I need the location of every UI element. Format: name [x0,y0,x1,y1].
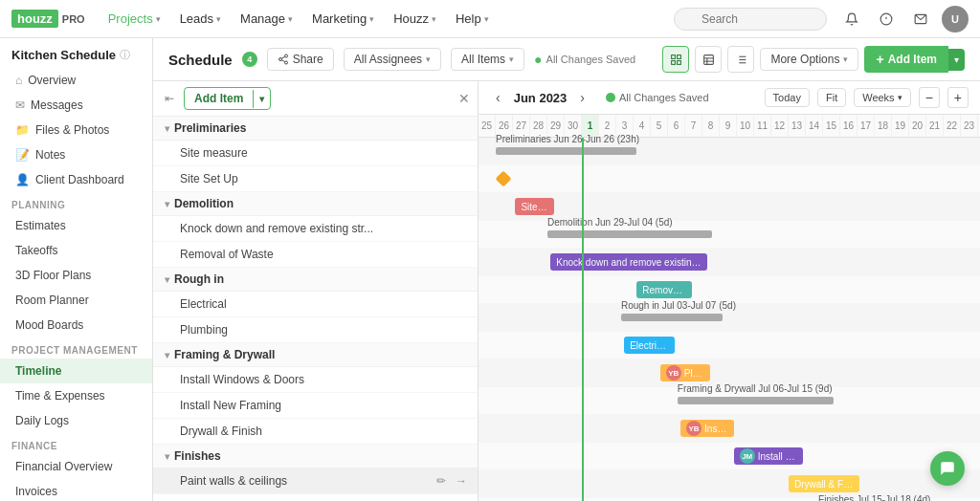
task-row[interactable]: Knock down and remove existing str... ✏ … [153,216,478,242]
fit-button[interactable]: Fit [817,88,846,107]
task-row[interactable]: Site measure ✏ → [153,141,478,166]
gantt-bar[interactable]: Knock down and remove existing structure… [550,253,707,271]
nav-houzz[interactable]: Houzz ▾ [386,8,444,30]
arrow-right-icon[interactable]: → [453,171,470,186]
arrow-right-icon[interactable]: → [453,221,470,236]
search-input[interactable] [674,8,827,31]
logo-area[interactable]: houzz PRO [11,10,85,28]
edit-icon[interactable]: ✏ [434,221,449,236]
sidebar-item-dailylogs[interactable]: Daily Logs [0,408,152,433]
today-button[interactable]: Today [765,88,810,107]
notification-icon[interactable] [873,6,900,33]
add-item-small-button[interactable]: Add Item ▾ [184,87,271,110]
edit-icon[interactable]: ✏ [434,473,449,489]
arrow-right-icon[interactable]: → [453,424,470,439]
nav-projects[interactable]: Projects ▾ [100,8,168,30]
task-row[interactable]: Install New Framing ✏ → [153,393,478,419]
mail-icon[interactable] [907,6,934,33]
sidebar-item-takeoffs[interactable]: Takeoffs [0,238,152,263]
sidebar-item-moodboards[interactable]: Mood Boards [0,313,152,338]
gantt-prev-button[interactable]: ‹ [490,88,506,107]
collapse-panel-button[interactable]: ⇤ [161,90,178,107]
sidebar-item-roomplanner[interactable]: Room Planner [0,288,152,313]
edit-icon[interactable]: ✏ [434,424,449,439]
grid-view-button[interactable] [662,46,689,73]
task-row[interactable]: Electrical ✏ → [153,292,478,317]
group-framing-drywall[interactable]: ▾ Framing & Drywall [153,343,478,367]
gantt-bar[interactable]: Drywall & Finish (3d) [789,475,859,492]
nav-help[interactable]: Help ▾ [448,8,497,30]
info-icon[interactable]: ⓘ [120,48,130,62]
edit-icon[interactable]: ✏ [434,171,449,186]
gantt-bar[interactable]: Electrical (2d) [624,337,674,354]
task-row[interactable]: Removal of Waste ✏ → [153,242,478,268]
task-row[interactable]: Plumbing ✏ → [153,317,478,343]
weeks-dropdown[interactable]: Weeks ▾ [854,88,910,107]
add-item-button[interactable]: + Add Item [864,46,948,73]
list-view-button[interactable] [727,46,754,73]
gantt-bar[interactable]: Preliminaries Jun 26-Jun 26 (23h) [496,147,636,155]
nav-leads[interactable]: Leads ▾ [172,8,229,30]
gantt-bar[interactable]: Site Set Up (1d) [515,198,554,215]
gantt-bar[interactable]: YBInstall Windows & Doors (2d) [680,420,734,437]
houzz-logo[interactable]: houzz [11,10,58,28]
gantt-bar[interactable]: JMInstall New Framing (3d) [734,447,803,465]
group-demolition[interactable]: ▾ Demolition [153,192,478,216]
gantt-bar[interactable]: Removal of Waste (2d) [636,281,691,298]
add-item-small-chevron[interactable]: ▾ [253,90,270,108]
group-preliminaries[interactable]: ▾ Preliminaries [153,117,478,141]
share-button[interactable]: Share [267,48,334,71]
arrow-right-icon[interactable]: → [453,247,470,262]
arrow-right-icon[interactable]: → [453,145,470,161]
more-options-button[interactable]: More Options ▾ [760,48,858,71]
table-view-button[interactable] [695,46,722,73]
assignees-dropdown[interactable]: All Assignees ▾ [344,48,441,71]
task-row[interactable]: Drywall & Finish ✏ → [153,419,478,445]
items-dropdown[interactable]: All Items ▾ [451,48,524,71]
task-row[interactable]: Paint walls & ceilings ✏ → [153,468,478,494]
sidebar-item-overview[interactable]: ⌂ Overview [0,68,152,93]
arrow-right-icon[interactable]: → [453,322,470,338]
sidebar-item-timeline[interactable]: Timeline [0,359,152,383]
sidebar-item-files[interactable]: 📁 Files & Photos [0,118,152,142]
zoom-in-button[interactable]: + [947,87,969,108]
edit-icon[interactable]: ✏ [434,372,449,387]
add-item-chevron-button[interactable]: ▾ [948,49,965,71]
sidebar-item-financialoverview[interactable]: Financial Overview [0,454,152,479]
arrow-right-icon[interactable]: → [453,296,470,312]
edit-icon[interactable]: ✏ [434,296,449,312]
task-row[interactable]: Flooring ✏ → [153,494,478,501]
sidebar-item-floorplans[interactable]: 3D Floor Plans [0,263,152,288]
nav-manage[interactable]: Manage ▾ [233,8,301,30]
bell-icon[interactable] [838,6,865,33]
edit-icon[interactable]: ✏ [434,398,449,413]
sidebar-item-invoices[interactable]: Invoices [0,479,152,501]
chat-bubble-button[interactable] [930,451,965,486]
edit-icon[interactable]: ✏ [434,145,449,161]
task-row[interactable]: Site Set Up ✏ → [153,166,478,192]
group-rough-in[interactable]: ▾ Rough in [153,268,478,292]
sidebar-item-messages[interactable]: ✉ Messages [0,93,152,118]
top-nav: houzz PRO Projects ▾ Leads ▾ Manage ▾ Ma… [0,0,980,38]
date-cell: 12 [771,115,789,137]
zoom-out-button[interactable]: − [919,87,940,108]
sidebar-item-estimates[interactable]: Estimates [0,213,152,238]
gantt-bar[interactable]: YBPlumbing (2d) [660,364,710,381]
task-row[interactable]: Install Windows & Doors ✏ → [153,367,478,393]
edit-icon[interactable]: ✏ [434,322,449,338]
arrow-right-icon[interactable]: → [453,473,470,489]
gantt-bar[interactable]: Demolition Jun 29-Jul 04 (5d) [547,230,712,238]
gantt-bar[interactable]: Framing & Drywall Jul 06-Jul 15 (9d) [678,397,835,404]
arrow-right-icon[interactable]: → [453,398,470,413]
close-panel-button[interactable]: ✕ [458,91,470,106]
gantt-next-button[interactable]: › [574,88,590,107]
sidebar-item-timeexpenses[interactable]: Time & Expenses [0,383,152,408]
sidebar-item-notes[interactable]: 📝 Notes [0,142,152,167]
group-finishes[interactable]: ▾ Finishes [153,445,478,468]
edit-icon[interactable]: ✏ [434,247,449,262]
arrow-right-icon[interactable]: → [453,372,470,387]
avatar[interactable]: U [942,6,969,33]
gantt-bar[interactable]: Rough in Jul 03-Jul 07 (5d) [621,314,723,321]
nav-marketing[interactable]: Marketing ▾ [304,8,382,30]
sidebar-item-client[interactable]: 👤 Client Dashboard [0,167,152,192]
